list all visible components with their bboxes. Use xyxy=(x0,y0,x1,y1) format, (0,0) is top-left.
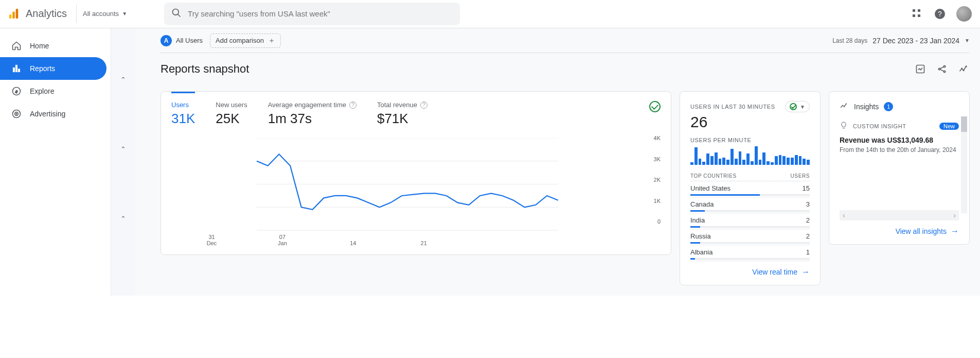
date-range-picker[interactable]: Last 28 days 27 Dec 2023 - 23 Jan 2024 ▼ xyxy=(832,37,970,45)
svg-rect-5 xyxy=(913,9,915,12)
sidebar-item-label: Reports xyxy=(30,64,55,73)
metrics-row: Users 31K New users 25K Average engageme… xyxy=(171,101,661,127)
view-all-insights-link[interactable]: View all insights → xyxy=(840,227,959,236)
metric-total-revenue[interactable]: Total revenue? $71K xyxy=(377,101,427,127)
sidebar-item-label: Advertising xyxy=(30,110,65,118)
view-real-time-link[interactable]: View real time → xyxy=(690,267,810,277)
users-per-minute-chart xyxy=(690,146,810,165)
svg-line-23 xyxy=(940,70,944,71)
svg-line-22 xyxy=(940,67,944,69)
sidebar-item-label: Home xyxy=(30,42,49,50)
insights-spark-icon xyxy=(840,101,849,112)
svg-point-3 xyxy=(173,9,179,15)
arrow-right-icon: → xyxy=(801,267,810,277)
realtime-status-pill[interactable]: ▼ xyxy=(785,101,810,112)
metric-new-users[interactable]: New users 25K xyxy=(216,101,247,127)
brand-name: Analytics xyxy=(26,8,67,20)
search-input[interactable] xyxy=(188,9,453,18)
sidebar-item-reports[interactable]: Reports xyxy=(0,57,106,80)
insights-icon[interactable] xyxy=(957,63,970,75)
chevron-down-icon: ▼ xyxy=(122,11,127,16)
svg-point-20 xyxy=(943,65,945,67)
sidebar: Home Reports Explore Advertising xyxy=(0,28,111,296)
chevron-left-icon[interactable]: ‹ xyxy=(843,211,845,219)
search-box[interactable] xyxy=(164,3,460,25)
country-row[interactable]: Canada3 xyxy=(690,197,810,213)
segment-badge: A xyxy=(161,35,172,46)
metric-value: $71K xyxy=(377,111,427,127)
add-comparison-button[interactable]: Add comparison ＋ xyxy=(210,33,281,48)
sidebar-item-advertising[interactable]: Advertising xyxy=(0,103,106,125)
users-header: USERS xyxy=(791,173,810,179)
page-title: Reports snapshot xyxy=(161,62,249,76)
chevron-up-icon[interactable]: ⌃ xyxy=(120,215,126,223)
account-selector[interactable]: All accounts ▼ xyxy=(76,5,133,23)
sidebar-item-explore[interactable]: Explore xyxy=(0,80,106,103)
share-icon[interactable] xyxy=(936,63,948,75)
chevron-up-icon[interactable]: ⌃ xyxy=(120,76,126,83)
metric-label: Total revenue xyxy=(377,101,417,109)
top-bar: Analytics All accounts ▼ ? xyxy=(0,0,980,28)
chevron-down-icon: ▼ xyxy=(800,104,805,110)
svg-text:?: ? xyxy=(938,10,942,18)
svg-rect-8 xyxy=(918,14,920,17)
sidebar-item-label: Explore xyxy=(30,87,54,95)
check-icon xyxy=(790,103,797,110)
insight-pager: ‹ › xyxy=(840,210,959,220)
chevron-right-icon[interactable]: › xyxy=(953,211,956,219)
lightbulb-icon xyxy=(840,121,848,131)
layout: Home Reports Explore Advertising ⌃ ⌃ ⌃ A… xyxy=(0,28,980,296)
insights-card: Insights 1 CUSTOM INSIGHT New Revenue wa… xyxy=(829,91,970,245)
arrow-right-icon: → xyxy=(951,227,959,236)
svg-point-25 xyxy=(963,70,964,71)
metric-value: 31K xyxy=(171,111,195,127)
help-icon[interactable]: ? xyxy=(349,101,357,109)
status-ok-icon[interactable] xyxy=(649,101,661,112)
link-label: View real time xyxy=(752,268,797,276)
svg-rect-12 xyxy=(15,65,17,72)
realtime-country-list: United States15Canada3India2Russia2Alban… xyxy=(690,181,810,261)
apps-icon[interactable] xyxy=(911,8,923,20)
help-icon[interactable]: ? xyxy=(934,8,946,20)
main-content: A All Users Add comparison ＋ Last 28 day… xyxy=(135,28,980,296)
metric-value: 25K xyxy=(216,111,247,127)
insights-count-badge: 1 xyxy=(884,102,893,111)
reports-subnav-rail: ⌃ ⌃ ⌃ xyxy=(111,28,135,296)
insight-headline[interactable]: Revenue was US$13,049.68 xyxy=(840,136,959,144)
avatar[interactable] xyxy=(956,6,972,22)
segment-label[interactable]: All Users xyxy=(176,37,203,44)
metric-users[interactable]: Users 31K xyxy=(171,101,195,127)
users-line-chart: 01K2K3K4K31Dec07Jan1421 xyxy=(171,138,661,246)
country-row[interactable]: United States15 xyxy=(690,181,810,197)
insight-type-label: CUSTOM INSIGHT xyxy=(853,123,906,129)
svg-point-19 xyxy=(938,68,940,70)
cards-row: Users 31K New users 25K Average engageme… xyxy=(161,91,970,285)
country-row[interactable]: India2 xyxy=(690,213,810,229)
country-row[interactable]: Albania1 xyxy=(690,245,810,261)
metric-label: Average engagement time xyxy=(268,101,346,109)
sidebar-item-home[interactable]: Home xyxy=(0,35,106,57)
brand: Analytics xyxy=(8,8,67,20)
analytics-logo-icon xyxy=(8,8,20,20)
overview-card: Users 31K New users 25K Average engageme… xyxy=(161,91,671,255)
chevron-down-icon: ▼ xyxy=(965,38,970,43)
metric-value: 1m 37s xyxy=(268,111,357,127)
title-row: Reports snapshot xyxy=(161,62,970,76)
scrollbar[interactable] xyxy=(961,116,967,213)
chevron-up-icon[interactable]: ⌃ xyxy=(120,145,126,153)
add-comparison-label: Add comparison xyxy=(216,37,264,44)
svg-point-24 xyxy=(961,68,963,69)
title-actions xyxy=(914,63,970,75)
insight-description: From the 14th to the 20th of January, 20… xyxy=(840,146,959,154)
link-label: View all insights xyxy=(896,227,947,235)
country-row[interactable]: Russia2 xyxy=(690,229,810,245)
svg-rect-11 xyxy=(13,67,14,72)
realtime-subtitle: USERS PER MINUTE xyxy=(690,137,810,143)
realtime-title: USERS IN LAST 30 MINUTES xyxy=(690,104,775,110)
customize-report-icon[interactable] xyxy=(914,63,926,75)
date-range-value: 27 Dec 2023 - 23 Jan 2024 xyxy=(872,37,959,45)
help-icon[interactable]: ? xyxy=(420,101,427,109)
realtime-card: USERS IN LAST 30 MINUTES ▼ 26 USERS PER … xyxy=(680,91,821,285)
svg-point-17 xyxy=(16,113,17,114)
metric-avg-engagement[interactable]: Average engagement time? 1m 37s xyxy=(268,101,357,127)
